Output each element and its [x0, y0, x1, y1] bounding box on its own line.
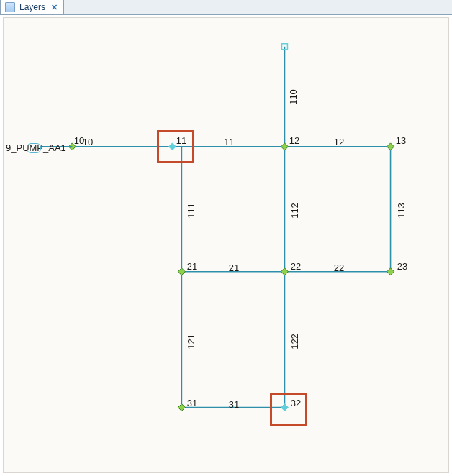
- network-node[interactable]: [169, 143, 176, 150]
- close-icon[interactable]: ✕: [50, 3, 59, 12]
- node-label: 11: [176, 135, 186, 146]
- diagram-inner: 1011121101111121132122121122311011121321…: [4, 18, 448, 472]
- edge-label: 12: [334, 137, 344, 147]
- edge-label: 122: [289, 334, 300, 349]
- edge-label: 113: [396, 203, 407, 219]
- valve-icon[interactable]: [60, 147, 68, 155]
- edge-label: 31: [229, 399, 239, 410]
- pump-icon[interactable]: [27, 143, 41, 153]
- network-node[interactable]: [281, 143, 289, 150]
- node-label: 21: [187, 261, 197, 272]
- network-svg: [4, 18, 448, 472]
- edge-label: 111: [186, 203, 196, 219]
- node-label: 32: [291, 398, 301, 408]
- node-label: 13: [396, 135, 406, 146]
- node-label: 23: [397, 261, 407, 272]
- network-node[interactable]: [387, 143, 394, 150]
- tab-layers[interactable]: Layers ✕: [0, 0, 64, 14]
- edge-label: 121: [186, 334, 196, 349]
- edge-label: 21: [229, 262, 239, 273]
- edge-label: 11: [224, 137, 234, 147]
- node-label: 12: [289, 135, 299, 146]
- tab-bar: Layers ✕: [0, 0, 452, 15]
- edge-label: 110: [288, 89, 299, 105]
- network-node[interactable]: [281, 268, 289, 275]
- tab-label: Layers: [19, 2, 45, 12]
- layers-icon: [5, 2, 15, 12]
- diagram-canvas[interactable]: 1011121101111121132122121122311011121321…: [3, 17, 449, 473]
- network-node[interactable]: [178, 404, 185, 411]
- network-node[interactable]: [178, 268, 185, 275]
- node-label: 22: [291, 261, 301, 272]
- network-node[interactable]: [387, 268, 394, 275]
- node-label: 31: [187, 398, 197, 408]
- node-label: 10: [74, 135, 84, 146]
- edge-label: 22: [334, 262, 344, 273]
- network-node[interactable]: [281, 404, 289, 411]
- edge-label: 112: [289, 203, 300, 219]
